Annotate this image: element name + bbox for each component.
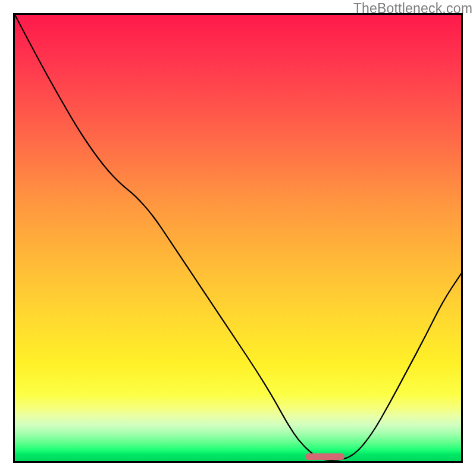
bottleneck-chart: TheBottleneck.com [0, 0, 476, 476]
plot-area [15, 15, 461, 461]
curve-svg [15, 15, 461, 461]
bottleneck-curve [15, 15, 461, 461]
watermark-text: TheBottleneck.com [353, 1, 472, 17]
optimal-range-marker [305, 453, 345, 460]
